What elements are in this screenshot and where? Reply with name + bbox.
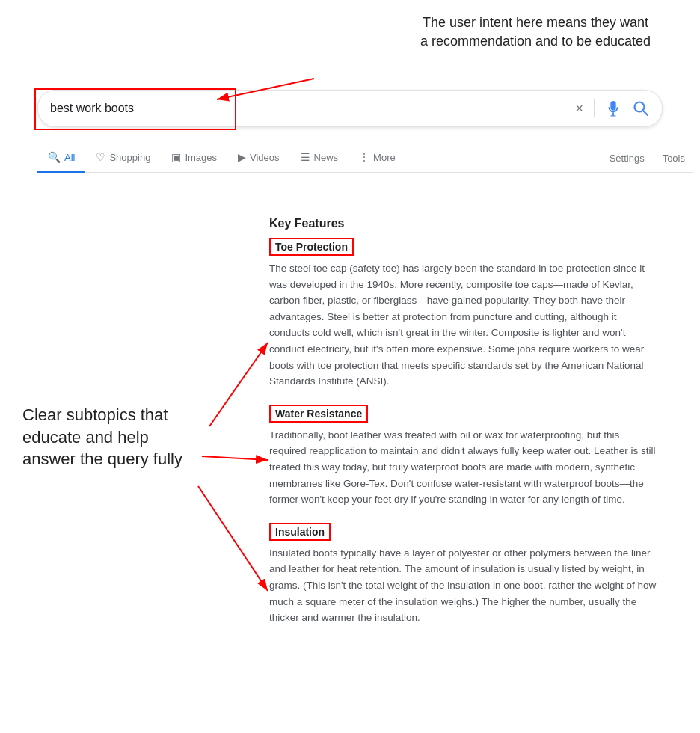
annotation-left-text: Clear subtopics that educate and help an… [22, 405, 182, 468]
svg-line-11 [643, 111, 648, 115]
news-tab-icon: ☰ [301, 151, 310, 163]
svg-rect-9 [610, 115, 615, 116]
subtopic-insulation: Insulation Insulated boots typically hav… [269, 523, 658, 626]
svg-line-6 [202, 456, 268, 460]
annotation-left: Clear subtopics that educate and help an… [22, 404, 202, 470]
all-tab-icon: 🔍 [48, 151, 61, 163]
tab-news[interactable]: ☰ News [290, 144, 349, 173]
nav-tabs-bar: 🔍 All ♡ Shopping ▣ Images ▶ Videos ☰ New… [37, 144, 693, 173]
insulation-header: Insulation [269, 523, 331, 541]
settings-link[interactable]: Settings [602, 145, 652, 171]
tab-all-label: All [64, 152, 75, 163]
svg-line-7 [198, 486, 268, 591]
tab-videos-label: Videos [250, 152, 280, 163]
insulation-text: Insulated boots typically have a layer o… [269, 545, 658, 626]
water-resistance-header: Water Resistance [269, 405, 368, 423]
videos-tab-icon: ▶ [238, 151, 246, 163]
clear-icon[interactable]: × [575, 101, 583, 117]
annotation-line2: a recommendation and to be educated [420, 34, 651, 49]
annotation-line1: The user intent here means they want [423, 15, 648, 30]
tab-all[interactable]: 🔍 All [37, 144, 85, 173]
more-tab-icon: ⋮ [359, 151, 369, 163]
tab-videos[interactable]: ▶ Videos [227, 144, 290, 173]
search-divider [594, 99, 595, 117]
tab-news-label: News [314, 152, 339, 163]
svg-rect-8 [612, 113, 614, 116]
tab-shopping[interactable]: ♡ Shopping [85, 144, 161, 173]
water-resistance-text: Traditionally, boot leather was treated … [269, 427, 658, 508]
images-tab-icon: ▣ [171, 151, 181, 163]
annotation-top: The user intent here means they want a r… [393, 13, 678, 51]
subtopic-water-resistance: Water Resistance Traditionally, boot lea… [269, 405, 658, 508]
mic-icon[interactable] [605, 100, 621, 117]
search-submit-icon[interactable] [632, 99, 650, 117]
search-icons-group: × [575, 99, 650, 117]
search-bar[interactable]: best work boots × [37, 90, 663, 127]
tab-shopping-label: Shopping [109, 152, 150, 163]
toe-protection-text: The steel toe cap (safety toe) has large… [269, 260, 658, 390]
toe-protection-header: Toe Protection [269, 238, 354, 256]
main-content-area: Key Features Toe Protection The steel to… [269, 217, 658, 641]
tools-link[interactable]: Tools [655, 145, 693, 171]
svg-line-5 [209, 343, 268, 426]
tab-more[interactable]: ⋮ More [349, 144, 406, 173]
nav-right-controls: Settings Tools [602, 145, 693, 171]
search-query-text: best work boots [50, 102, 575, 115]
key-features-title: Key Features [269, 217, 658, 230]
shopping-tab-icon: ♡ [96, 151, 105, 163]
tab-more-label: More [373, 152, 396, 163]
search-bar-wrapper: best work boots × [37, 90, 663, 127]
subtopic-toe-protection: Toe Protection The steel toe cap (safety… [269, 238, 658, 390]
tab-images[interactable]: ▣ Images [161, 144, 227, 173]
tab-images-label: Images [185, 152, 217, 163]
